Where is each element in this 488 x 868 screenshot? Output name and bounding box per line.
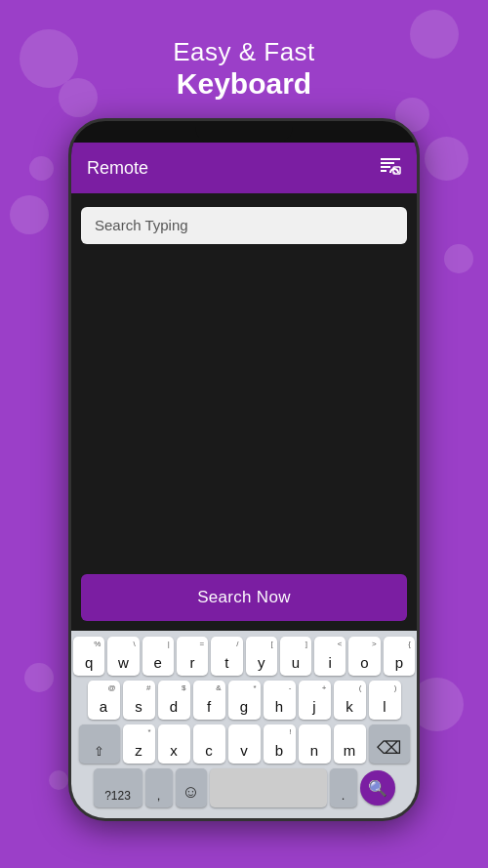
key-shift[interactable]: ⇧ [79,724,120,764]
key-h[interactable]: -h [264,681,296,720]
content-area [81,252,407,570]
key-u[interactable]: ]u [280,637,311,676]
key-search[interactable]: 🔍 [360,770,395,806]
header: Easy & Fast Keyboard [173,37,315,101]
key-j[interactable]: +j [299,681,331,720]
header-line1: Easy & Fast [173,37,315,67]
key-comma[interactable]: , [145,768,173,807]
key-w[interactable]: \w [107,637,139,676]
key-x[interactable]: x [158,724,190,764]
key-n[interactable]: n [299,724,331,764]
key-m[interactable]: m [334,724,366,764]
keyboard-row-3: ⇧ *z x c v !b n m ⌫ [73,724,415,764]
key-b[interactable]: !b [264,724,296,764]
phone-mockup: Remote Search Typing Search Now %q \w |e… [68,118,420,821]
key-space[interactable] [210,768,327,807]
cast-icon[interactable] [380,157,401,180]
keyboard-row-1: %q \w |e =r /t [y ]u <i >o {p [73,637,415,676]
key-symbols[interactable]: ?123 [94,768,142,807]
key-d[interactable]: $d [158,681,190,720]
key-s[interactable]: #s [123,681,155,720]
keyboard-row-bottom: ?123 , ☺ . 🔍 [73,768,415,807]
key-t[interactable]: /t [211,637,242,676]
keyboard-row-2: @a #s $d &f *g -h +j (k )l [73,681,415,720]
app-title: Remote [87,158,148,179]
key-backspace[interactable]: ⌫ [369,724,410,764]
key-f[interactable]: &f [193,681,225,720]
key-l[interactable]: )l [369,681,401,720]
key-v[interactable]: v [228,724,261,764]
keyboard: %q \w |e =r /t [y ]u <i >o {p @a #s $d &… [71,631,417,818]
key-emoji[interactable]: ☺ [176,768,207,807]
search-now-button[interactable]: Search Now [81,574,407,621]
key-p[interactable]: {p [384,637,415,676]
key-i[interactable]: <i [314,637,346,676]
key-e[interactable]: |e [142,637,174,676]
key-r[interactable]: =r [177,637,208,676]
app-content: Search Typing Search Now [71,193,417,631]
key-q[interactable]: %q [73,637,104,676]
key-y[interactable]: [y [246,637,277,676]
key-g[interactable]: *g [228,681,261,720]
key-z[interactable]: *z [123,724,155,764]
search-input-text: Search Typing [95,217,188,233]
key-c[interactable]: c [193,724,225,764]
phone-notch [195,121,293,143]
key-a[interactable]: @a [88,681,120,720]
key-period[interactable]: . [330,768,357,807]
key-o[interactable]: >o [348,637,380,676]
search-input-field[interactable]: Search Typing [81,207,407,244]
header-line2: Keyboard [173,67,315,101]
app-bar: Remote [71,143,417,193]
key-k[interactable]: (k [334,681,366,720]
